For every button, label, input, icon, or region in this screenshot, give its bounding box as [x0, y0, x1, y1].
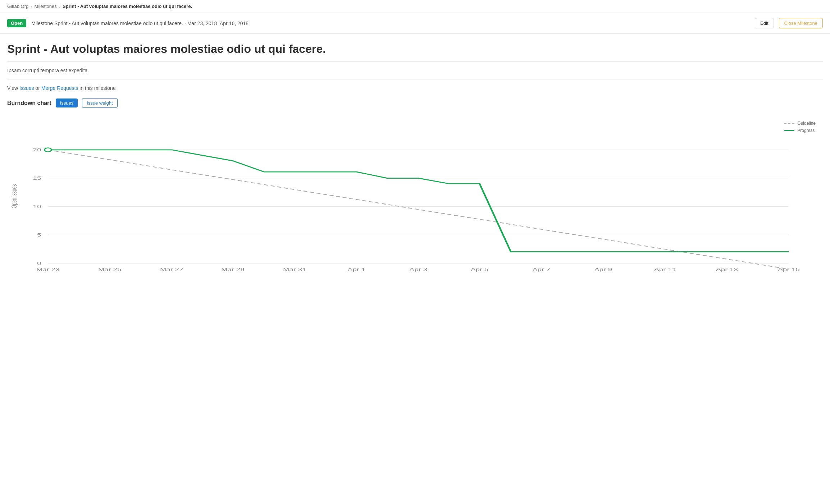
svg-text:5: 5	[37, 233, 41, 237]
legend-progress-label: Progress	[797, 128, 815, 133]
svg-text:20: 20	[33, 148, 41, 152]
burndown-chart-svg: Open issues 0 5 10 15 20	[7, 114, 823, 279]
svg-text:Apr 5: Apr 5	[471, 267, 489, 272]
breadcrumb-current: Sprint - Aut voluptas maiores molestiae …	[63, 4, 192, 9]
chart-legend: Guideline Progress	[784, 121, 816, 135]
burndown-section: Burndown chart Issues Issue weight Guide…	[7, 98, 823, 279]
svg-text:Mar 31: Mar 31	[283, 267, 306, 272]
breadcrumb: Gitlab Org › Milestones › Sprint - Aut v…	[0, 0, 830, 13]
breadcrumb-sep1: ›	[31, 4, 32, 9]
view-suffix: in this milestone	[78, 85, 115, 91]
svg-point-25	[45, 148, 51, 152]
burndown-title: Burndown chart	[7, 100, 51, 106]
divider-2	[7, 79, 823, 79]
svg-text:Open issues: Open issues	[10, 184, 18, 209]
svg-text:10: 10	[33, 204, 41, 209]
legend-guideline: Guideline	[784, 121, 816, 126]
svg-text:Apr 9: Apr 9	[594, 267, 612, 272]
close-milestone-button[interactable]: Close Milestone	[779, 18, 823, 28]
svg-line-24	[48, 150, 789, 269]
svg-text:Mar 29: Mar 29	[221, 267, 245, 272]
svg-text:Mar 27: Mar 27	[160, 267, 183, 272]
svg-text:Apr 15: Apr 15	[778, 267, 800, 272]
legend-dashed-line	[784, 123, 794, 124]
burndown-chart-container: Guideline Progress Open issues	[7, 114, 823, 279]
milestone-header-title: Milestone Sprint - Aut voluptas maiores …	[31, 20, 750, 26]
view-prefix: View	[7, 85, 19, 91]
svg-text:Mar 23: Mar 23	[36, 267, 60, 272]
status-badge: Open	[7, 19, 26, 27]
breadcrumb-org[interactable]: Gitlab Org	[7, 4, 28, 9]
burndown-header: Burndown chart Issues Issue weight	[7, 98, 823, 108]
svg-text:0: 0	[37, 261, 41, 266]
svg-text:15: 15	[33, 176, 41, 180]
legend-guideline-label: Guideline	[797, 121, 816, 126]
svg-text:Apr 3: Apr 3	[410, 267, 428, 272]
breadcrumb-milestones[interactable]: Milestones	[35, 4, 57, 9]
issues-link[interactable]: Issues	[19, 85, 34, 91]
issues-tab-button[interactable]: Issues	[56, 98, 78, 107]
legend-solid-line	[784, 130, 794, 131]
view-links-text: View Issues or Merge Requests in this mi…	[7, 85, 823, 91]
svg-text:Mar 25: Mar 25	[98, 267, 122, 272]
edit-button[interactable]: Edit	[755, 18, 774, 28]
svg-text:Apr 1: Apr 1	[348, 267, 366, 272]
milestone-header-bar: Open Milestone Sprint - Aut voluptas mai…	[0, 13, 830, 34]
svg-text:Apr 11: Apr 11	[654, 267, 676, 272]
svg-text:Apr 13: Apr 13	[716, 267, 738, 272]
milestone-description: Ipsam corrupti tempora est expedita.	[7, 68, 823, 73]
main-content: Sprint - Aut voluptas maiores molestiae …	[0, 34, 830, 288]
breadcrumb-sep2: ›	[59, 4, 60, 9]
view-connector: or	[34, 85, 41, 91]
page-title: Sprint - Aut voluptas maiores molestiae …	[7, 42, 823, 56]
merge-requests-link[interactable]: Merge Requests	[41, 85, 78, 91]
issue-weight-tab-button[interactable]: Issue weight	[82, 98, 117, 108]
legend-progress: Progress	[784, 128, 816, 133]
divider-1	[7, 61, 823, 62]
svg-text:Apr 7: Apr 7	[533, 267, 551, 272]
